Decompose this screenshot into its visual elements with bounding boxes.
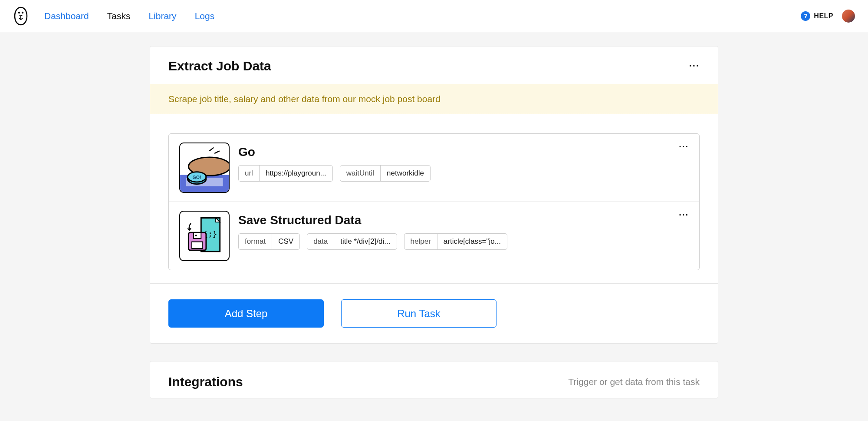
task-description: Scrape job title, salary and other data … bbox=[150, 84, 718, 114]
task-more-button[interactable]: ··· bbox=[689, 60, 700, 72]
run-task-button[interactable]: Run Task bbox=[341, 299, 496, 328]
topbar-right: ? HELP bbox=[801, 10, 855, 23]
param-value: title */div[2]/di... bbox=[334, 234, 396, 249]
task-header: Extract Job Data ··· bbox=[150, 46, 718, 84]
add-step-button[interactable]: Add Step bbox=[168, 299, 324, 328]
svg-point-1 bbox=[22, 11, 23, 13]
page-content: Extract Job Data ··· Scrape job title, s… bbox=[150, 32, 718, 421]
step-more-button[interactable]: ··· bbox=[679, 142, 689, 152]
integrations-card: Integrations Trigger or get data from th… bbox=[150, 361, 718, 398]
svg-point-0 bbox=[18, 11, 20, 13]
main-nav: Dashboard Tasks Library Logs bbox=[44, 11, 214, 21]
param-key: url bbox=[239, 166, 260, 181]
step-body: Go url https://playgroun... waitUntil ne… bbox=[238, 143, 689, 182]
param-data[interactable]: data title */div[2]/di... bbox=[307, 233, 397, 250]
app-logo[interactable] bbox=[13, 7, 29, 26]
save-data-icon: {;} bbox=[179, 211, 230, 261]
task-card: Extract Job Data ··· Scrape job title, s… bbox=[150, 46, 718, 344]
param-key: helper bbox=[404, 234, 437, 249]
param-value: CSV bbox=[272, 234, 299, 249]
step-params: format CSV data title */div[2]/di... hel… bbox=[238, 233, 689, 250]
param-key: waitUntil bbox=[340, 166, 381, 181]
param-value: article[class="jo... bbox=[437, 234, 507, 249]
step-title: Go bbox=[238, 145, 689, 159]
nav-library[interactable]: Library bbox=[148, 11, 176, 21]
task-title: Extract Job Data bbox=[168, 59, 271, 73]
nav-dashboard[interactable]: Dashboard bbox=[44, 11, 89, 21]
svg-text:GO!: GO! bbox=[193, 175, 201, 180]
step-title: Save Structured Data bbox=[238, 213, 689, 227]
go-icon: GO! bbox=[179, 143, 230, 193]
steps-section: GO! Go url https://playgroun... bbox=[150, 114, 718, 283]
user-avatar[interactable] bbox=[842, 10, 855, 23]
param-key: format bbox=[239, 234, 272, 249]
topbar-left: Dashboard Tasks Library Logs bbox=[13, 7, 214, 26]
help-button[interactable]: ? HELP bbox=[801, 11, 833, 21]
help-label: HELP bbox=[814, 12, 833, 20]
task-actions: Add Step Run Task bbox=[150, 283, 718, 343]
top-bar: Dashboard Tasks Library Logs ? HELP bbox=[0, 0, 868, 32]
svg-rect-10 bbox=[194, 232, 201, 239]
param-key: data bbox=[307, 234, 334, 249]
integrations-title: Integrations bbox=[168, 375, 243, 389]
nav-logs[interactable]: Logs bbox=[195, 11, 215, 21]
step-save-structured-data[interactable]: {;} Save Structured Data format bbox=[169, 202, 699, 270]
integrations-subtitle: Trigger or get data from this task bbox=[568, 377, 700, 387]
param-value: networkidle bbox=[381, 166, 430, 181]
steps-list: GO! Go url https://playgroun... bbox=[168, 133, 700, 270]
svg-rect-12 bbox=[192, 242, 203, 249]
help-icon: ? bbox=[801, 11, 810, 21]
param-url[interactable]: url https://playgroun... bbox=[238, 165, 333, 182]
step-body: Save Structured Data format CSV data tit… bbox=[238, 211, 689, 250]
step-more-button[interactable]: ··· bbox=[679, 210, 689, 220]
svg-point-11 bbox=[195, 235, 197, 236]
param-value: https://playgroun... bbox=[260, 166, 332, 181]
param-waituntil[interactable]: waitUntil networkidle bbox=[340, 165, 431, 182]
nav-tasks[interactable]: Tasks bbox=[107, 11, 131, 21]
integrations-header: Integrations Trigger or get data from th… bbox=[150, 361, 718, 398]
step-go[interactable]: GO! Go url https://playgroun... bbox=[169, 134, 699, 202]
param-format[interactable]: format CSV bbox=[238, 233, 300, 250]
param-helper[interactable]: helper article[class="jo... bbox=[404, 233, 507, 250]
step-params: url https://playgroun... waitUntil netwo… bbox=[238, 165, 689, 182]
